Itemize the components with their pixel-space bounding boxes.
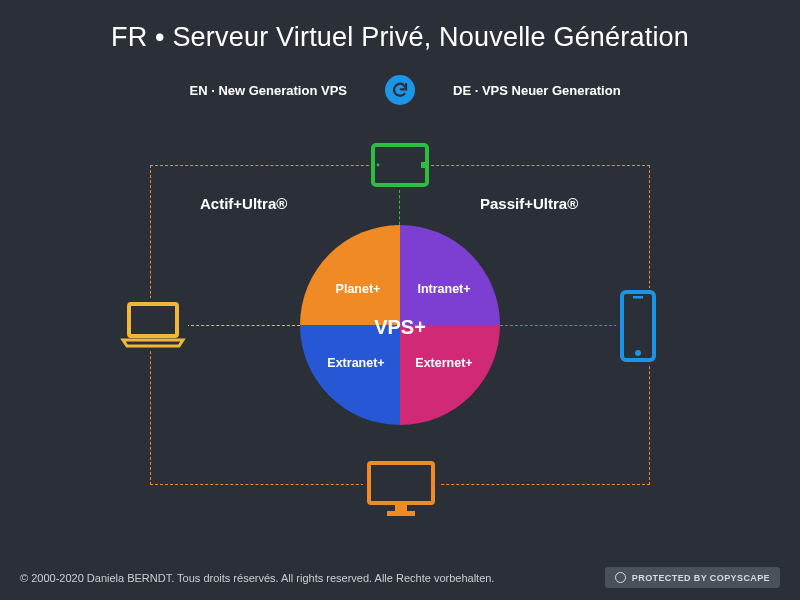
pie-chart: Planet+ Intranet+ Extranet+ Externet+ VP…: [300, 225, 500, 425]
svg-rect-4: [395, 503, 407, 511]
subtitle-row: EN · New Generation VPS DE · VPS Neuer G…: [0, 75, 800, 105]
category-left: Actif+Ultra®: [200, 195, 287, 212]
subtitle-de: DE · VPS Neuer Generation: [453, 83, 653, 98]
tablet-icon: [370, 142, 430, 188]
svg-rect-0: [373, 145, 427, 185]
connector-right: [500, 325, 622, 326]
svg-rect-8: [633, 296, 643, 299]
quadrant-label: Intranet+: [417, 282, 470, 296]
refresh-icon[interactable]: [385, 75, 415, 105]
svg-point-9: [635, 350, 641, 356]
svg-rect-6: [129, 304, 177, 336]
desktop-icon: [363, 460, 439, 518]
svg-rect-7: [622, 292, 654, 360]
svg-rect-3: [369, 463, 433, 503]
svg-rect-5: [387, 511, 415, 516]
connector-top: [399, 190, 400, 230]
connector-left: [186, 325, 300, 326]
svg-point-1: [377, 164, 380, 167]
smartphone-icon: [616, 288, 660, 364]
subtitle-en: EN · New Generation VPS: [147, 83, 347, 98]
laptop-icon: [118, 298, 188, 350]
footer: © 2000-2020 Daniela BERNDT. Tous droits …: [0, 555, 800, 600]
quadrant-label: Externet+: [415, 356, 472, 370]
copyright-text: © 2000-2020 Daniela BERNDT. Tous droits …: [20, 572, 494, 584]
quadrant-label: Planet+: [336, 282, 381, 296]
badge-text: PROTECTED BY COPYSCAPE: [632, 573, 770, 583]
page-title: FR • Serveur Virtuel Privé, Nouvelle Gén…: [0, 0, 800, 53]
copyright-symbol-icon: [615, 572, 626, 583]
category-right: Passif+Ultra®: [480, 195, 578, 212]
diagram-stage: Actif+Ultra® Passif+Ultra® Planet+ Intra…: [0, 130, 800, 540]
copyscape-badge: PROTECTED BY COPYSCAPE: [605, 567, 780, 588]
svg-rect-2: [421, 162, 425, 168]
quadrant-label: Extranet+: [327, 356, 384, 370]
